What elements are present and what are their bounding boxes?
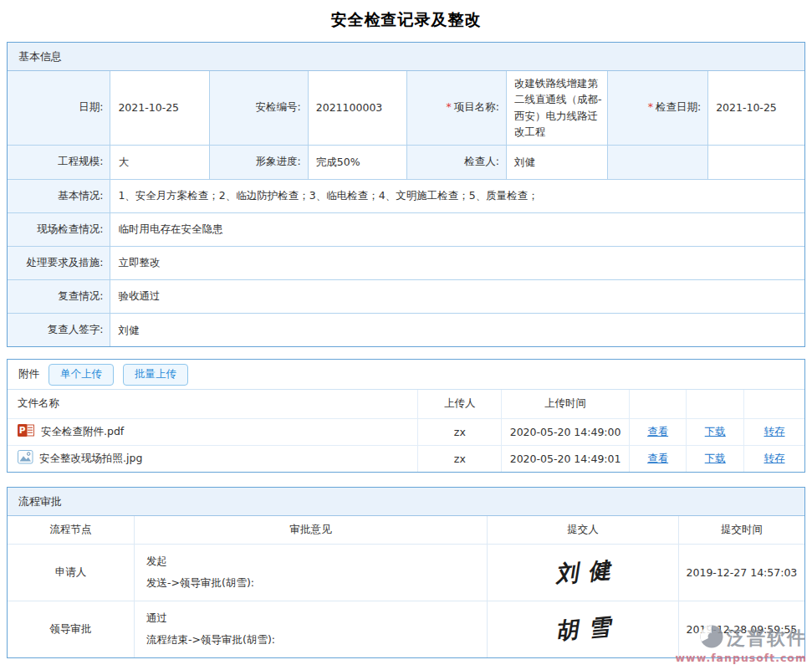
basic-situation-label: 基本情况: (8, 179, 110, 212)
upload-time-cell: 2020-05-20 14:49:00 (502, 418, 629, 445)
project-scale-value: 大 (110, 145, 209, 179)
site-check-value: 临时用电存在安全隐患 (110, 212, 804, 246)
column-flow-node: 流程节点 (8, 516, 135, 544)
project-name-label: *项目名称: (406, 71, 506, 145)
column-approval-opinion: 审批意见 (135, 516, 488, 544)
attachments-title: 附件 (18, 367, 39, 381)
column-uploader: 上传人 (418, 390, 502, 418)
recheck-signer-value: 刘健 (110, 313, 804, 346)
inspection-no-label: 安检编号: (209, 71, 308, 145)
approval-table: 流程节点 审批意见 提交人 提交时间 申请人 发起 发送->领导审批(胡雪): … (8, 516, 804, 657)
column-action-1 (629, 390, 687, 418)
opinion-cell: 发起 发送->领导审批(胡雪): (135, 544, 488, 601)
required-mark: * (648, 100, 653, 113)
empty-label-cell (608, 145, 708, 179)
attachments-header: 附件 单个上传 批量上传 (8, 360, 804, 390)
page-title: 安全检查记录及整改 (0, 0, 812, 42)
download-link[interactable]: 下载 (705, 452, 726, 464)
flow-node-cell: 领导审批 (8, 601, 135, 657)
recheck-value: 验收通过 (110, 279, 804, 313)
download-link[interactable]: 下载 (705, 425, 726, 437)
attachment-row: 安全整改现场拍照.jpg zx 2020-05-20 14:49:01 查看 下… (8, 445, 804, 472)
file-name-cell: P 安全检查附件.pdf (8, 418, 418, 445)
image-file-icon (18, 450, 33, 467)
submit-time-cell: 2019-12-28 09:59:55 (678, 601, 804, 657)
check-date-value: 2021-10-25 (708, 71, 804, 145)
column-action-2 (687, 390, 744, 418)
transfer-link[interactable]: 转存 (764, 452, 785, 464)
required-mark: * (447, 100, 452, 113)
upload-time-cell: 2020-05-20 14:49:01 (502, 445, 629, 472)
project-scale-label: 工程规模: (8, 145, 110, 179)
submitter-signature-cell: 胡雪 (488, 601, 679, 657)
uploader-cell: zx (418, 445, 502, 472)
attachments-table: 文件名称 上传人 上传时间 P 安全检查附件.pdf (8, 390, 804, 472)
column-action-3 (744, 390, 804, 418)
inspection-no-value: 2021100003 (308, 71, 406, 145)
flow-node-cell: 申请人 (8, 544, 135, 601)
approval-section-header: 流程审批 (8, 488, 804, 516)
submit-time-cell: 2019-12-27 14:57:03 (678, 544, 804, 601)
recheck-label: 复查情况: (8, 279, 110, 313)
approval-row: 申请人 发起 发送->领导审批(胡雪): 刘健 2019-12-27 14:57… (8, 544, 804, 601)
date-label: 日期: (8, 71, 110, 145)
file-name[interactable]: 安全整改现场拍照.jpg (39, 452, 142, 464)
signature: 刘健 (544, 554, 622, 591)
signature: 胡雪 (544, 611, 622, 647)
opinion-cell: 通过 流程结束->领导审批(胡雪): (135, 601, 488, 657)
approval-panel: 流程审批 流程节点 审批意见 提交人 提交时间 申请人 发起 发送->领导审批(… (7, 487, 805, 658)
empty-value-cell (708, 145, 804, 179)
date-value: 2021-10-25 (110, 71, 209, 145)
progress-label: 形象进度: (209, 145, 308, 179)
pdf-file-icon: P (18, 423, 35, 440)
measures-value: 立即整改 (110, 246, 804, 279)
inspector-label: 检查人: (406, 145, 506, 179)
basic-situation-value: 1、安全月方案检查；2、临边防护检查；3、临电检查；4、文明施工检查；5、质量检… (110, 179, 804, 212)
file-name-cell: 安全整改现场拍照.jpg (8, 445, 418, 472)
basic-info-panel: 基本信息 日期: 2021-10-25 安检编号: 2021100003 *项目… (7, 42, 805, 347)
basic-info-section-header: 基本信息 (8, 43, 804, 71)
opinion-line-2: 流程结束->领导审批(胡雪): (146, 629, 478, 651)
attachment-row: P 安全检查附件.pdf zx 2020-05-20 14:49:00 查看 下… (8, 418, 804, 445)
file-name[interactable]: 安全检查附件.pdf (41, 425, 124, 437)
view-link[interactable]: 查看 (647, 452, 668, 464)
progress-value: 完成50% (308, 145, 406, 179)
column-file-name: 文件名称 (8, 390, 418, 418)
single-upload-button[interactable]: 单个上传 (49, 364, 114, 386)
check-date-label: *检查日期: (608, 71, 708, 145)
column-submit-time: 提交时间 (678, 516, 804, 544)
column-submitter: 提交人 (488, 516, 679, 544)
column-upload-time: 上传时间 (502, 390, 629, 418)
opinion-line-1: 发起 (146, 550, 478, 572)
transfer-link[interactable]: 转存 (764, 425, 785, 437)
submitter-signature-cell: 刘健 (488, 544, 679, 601)
batch-upload-button[interactable]: 批量上传 (123, 364, 188, 386)
project-name-value: 改建铁路线增建第二线直通线（成都-西安）电力线路迁改工程 (507, 71, 608, 145)
site-check-label: 现场检查情况: (8, 212, 110, 246)
recheck-signer-label: 复查人签字: (8, 313, 110, 346)
opinion-line-2: 发送->领导审批(胡雪): (146, 572, 478, 594)
attachments-panel: 附件 单个上传 批量上传 文件名称 上传人 上传时间 (7, 359, 805, 473)
opinion-line-1: 通过 (146, 607, 478, 629)
measures-label: 处理要求及措施: (8, 246, 110, 279)
svg-text:P: P (19, 425, 26, 435)
approval-row: 领导审批 通过 流程结束->领导审批(胡雪): 胡雪 2019-12-28 09… (8, 601, 804, 657)
basic-info-table: 日期: 2021-10-25 安检编号: 2021100003 *项目名称: 改… (8, 71, 804, 346)
inspector-value: 刘健 (507, 145, 608, 179)
uploader-cell: zx (418, 418, 502, 445)
view-link[interactable]: 查看 (647, 425, 668, 437)
